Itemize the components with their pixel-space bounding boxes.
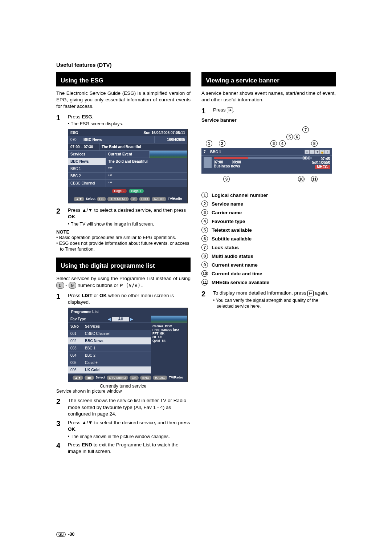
k: FFT — [152, 332, 159, 335]
step-number: 1 — [201, 107, 208, 115]
btn-return-icon[interactable]: ↩ — [130, 197, 138, 201]
btn-dtv[interactable]: DTV MENU — [107, 197, 129, 201]
list-item[interactable]: 004BBC 2 — [68, 352, 151, 359]
lock-icon: 🔒 — [320, 150, 325, 154]
k: Carrier — [152, 324, 163, 328]
col-sno: S.No — [68, 323, 83, 330]
callout-10: 10 — [298, 176, 305, 182]
fav-icon: ★ — [315, 150, 320, 154]
callout-1: 1 — [206, 140, 212, 147]
list-item[interactable]: 002BBC News — [68, 337, 151, 345]
arrow-right-icon[interactable]: ▶ — [130, 317, 133, 321]
step-number: 2 — [201, 290, 208, 298]
banner-t2: 08:00 — [232, 160, 241, 164]
v: 1/8 — [158, 335, 163, 339]
btn-end[interactable]: END — [140, 376, 151, 380]
esg-step-2: 2 Press ▲/▼ to select a desired service,… — [56, 207, 191, 227]
legend-7: 7Lock status — [201, 244, 336, 251]
step-number: 4 — [56, 442, 63, 450]
prog-step-2: 2 The screen shows the service list in e… — [56, 397, 191, 417]
legend-3: 3Carrier name — [201, 209, 336, 216]
legend-9: 9Current event name — [201, 262, 336, 268]
list-item[interactable]: 005Canal + — [68, 359, 151, 366]
text: Select services by using the Programme L… — [56, 276, 191, 281]
page-plus[interactable]: Page + — [129, 189, 144, 193]
esg-event: The Bold and Beautiful — [99, 143, 187, 150]
page-minus[interactable]: Page − — [112, 189, 127, 193]
evt-row: *** — [106, 165, 187, 172]
info-panel: Carrier BBC Freq 538000 kHz FFT 8K GI 1/… — [151, 323, 187, 374]
prog-title: Programme List — [68, 308, 187, 316]
esg-intro: The Electronic Service Guide (ESG) is a … — [56, 90, 191, 110]
prog-step-3: 3 Press ▲/▼ to select the desired servic… — [56, 420, 191, 439]
svc-row[interactable]: BBC News — [68, 158, 106, 165]
list-item[interactable]: 001CBBC Channel — [68, 330, 151, 337]
evt-row: *** — [106, 180, 187, 187]
callout-7: 7 — [302, 126, 309, 133]
col-services: Services — [83, 323, 102, 330]
k: QAM — [152, 339, 160, 343]
btn-radio[interactable]: RADIO — [153, 376, 168, 380]
step-number: 3 — [56, 420, 63, 428]
note-1: Basic operation procedures are similar t… — [56, 235, 191, 240]
btn-dtv[interactable]: DTV MENU — [107, 376, 128, 380]
btn-tvradio: TV/Radio — [169, 376, 183, 380]
preview-thumb — [150, 151, 187, 158]
btn-select: Select — [86, 197, 95, 201]
step-number: 1 — [56, 114, 63, 122]
svc: BBC 2 — [83, 352, 98, 359]
btn-end[interactable]: END — [139, 197, 150, 201]
banner-carrier: BBC — [302, 156, 310, 160]
text: . — [233, 107, 234, 113]
end-key: END — [82, 442, 92, 447]
heading-esg: Using the ESG — [56, 74, 191, 86]
arrow-left-icon[interactable]: ◀ — [108, 317, 111, 321]
svc: BBC News — [83, 337, 106, 344]
esg-date: 16/04/2005 — [155, 136, 187, 143]
list-item[interactable]: 006UK Gold — [68, 366, 151, 374]
list-item[interactable]: 003BBC 1 — [68, 345, 151, 352]
callout-8: 8 — [311, 140, 318, 147]
prog-intro: Select services by using the Programme L… — [56, 275, 191, 289]
v: 8K — [160, 332, 165, 335]
legend-2: 2Service name — [201, 200, 336, 207]
svc-row[interactable]: CBBC Channel — [68, 180, 106, 187]
banner-endtime: 07:45 — [312, 157, 330, 161]
banner-diagram: 5 6 7 1 2 3 4 8 7 BBC 1 ≡ … ★ 🔒 ♪ — [201, 125, 332, 187]
btn-ok[interactable]: OK — [97, 197, 106, 201]
svc-row[interactable]: BBC 1 — [68, 165, 106, 172]
callout-tuned: Currently tuned service — [100, 384, 191, 389]
esg-datetime: Sun 16/04/2005 07:05:11 — [143, 131, 185, 135]
fav-all[interactable]: All — [112, 317, 130, 321]
btn-ok[interactable]: OK — [130, 376, 139, 380]
svc-row[interactable]: BBC 2 — [68, 173, 106, 179]
callout-9: 9 — [223, 176, 230, 182]
callout-4: 4 — [279, 140, 286, 147]
svc: BBC 1 — [83, 345, 98, 352]
text: numeric buttons or — [76, 283, 119, 288]
substep: The TV will show the image in full scree… — [68, 221, 191, 227]
section-title: Useful features (DTV) — [56, 62, 336, 68]
text: . — [75, 214, 77, 219]
note-2: ESG does not provide information about f… — [56, 240, 191, 252]
evt-row: *** — [106, 173, 187, 179]
sno: 004 — [68, 352, 83, 359]
btn-select: Select — [95, 376, 105, 380]
subtitle-icon: … — [310, 150, 315, 154]
step-number: 2 — [56, 397, 63, 406]
page-footer: GB -30 — [56, 532, 74, 537]
sno: 001 — [68, 330, 83, 337]
btn-radio[interactable]: RADIO — [152, 197, 167, 201]
legend-4: 4Favourite type — [201, 218, 336, 224]
banner-date: 04/11/2005 — [312, 161, 330, 165]
text: Press — [68, 114, 82, 119]
p-key: P — [119, 283, 123, 288]
sno: 002 — [68, 337, 83, 344]
sno: 003 — [68, 345, 83, 352]
text: . — [92, 114, 94, 119]
callout-window: Service shown in picture window — [56, 389, 191, 394]
thumb-icon — [204, 157, 212, 168]
right-column: Viewing a service banner A service banne… — [201, 72, 336, 457]
text: or — [93, 293, 100, 298]
key-0-icon: 0 — [56, 282, 64, 289]
